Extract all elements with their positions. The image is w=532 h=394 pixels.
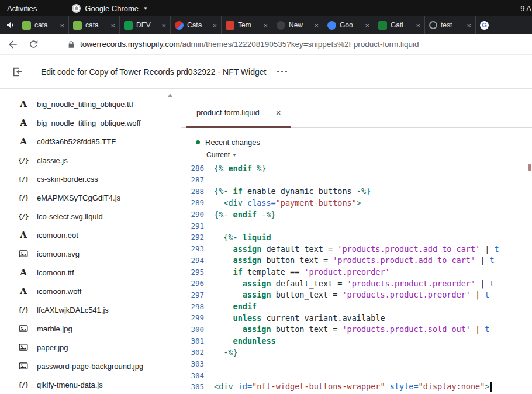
file-item[interactable]: A [0,89,181,95]
browser-tab[interactable]: DEV× [120,16,171,34]
image-file-icon [18,324,29,333]
reload-button[interactable] [28,39,39,50]
code-line[interactable]: 288{%- if enable_dynamic_buttons -%} [181,185,532,197]
tab-close-icon[interactable]: × [110,21,115,30]
file-item[interactable]: {/}lfcAXLwjkDALc541.js [0,300,181,319]
browser-tab[interactable]: Cata× [171,16,222,34]
code-line[interactable]: 301 endunless [181,335,532,347]
code-line[interactable]: 303 [181,358,532,370]
screen: Activities Google Chrome ▼ 9 A cata×cata… [0,0,532,394]
code-line[interactable]: 290{%- endif -%} [181,209,532,220]
file-item[interactable]: Ac0df3a6b528fdd85.TTF [0,132,181,151]
file-name: cs-skin-border.css [37,175,98,184]
file-item[interactable]: {/}ico-select.svg.liquid [0,207,181,226]
line-number: 289 [181,198,204,207]
audio-speaker-icon[interactable] [6,20,15,30]
chrome-icon [72,4,81,13]
code-line[interactable]: 300 assign button_text = 'products.produ… [181,324,532,336]
file-item[interactable]: Aicomoon.woff [0,282,181,300]
code-line[interactable]: 295 if template == 'product.preorder' [181,266,532,278]
file-item[interactable]: {/}eMAPMXSyTCgGdiT4.js [0,188,181,207]
browser-tab[interactable]: cata× [18,16,69,34]
active-app-menu[interactable]: Google Chrome ▼ [72,4,148,13]
tab-close-icon[interactable]: × [467,21,471,30]
shopify-favicon [22,21,31,30]
tab-title: Tem [238,21,260,29]
code-file-icon: {/} [18,306,29,313]
file-item[interactable]: {/}cs-skin-border.css [0,170,181,188]
line-number: 302 [181,348,204,357]
line-content: {% endif %} [204,164,266,173]
browser-tab[interactable]: Goo× [323,16,374,34]
browser-tab[interactable]: GG [476,16,496,34]
file-tab[interactable]: product-form.liquid × [186,99,291,128]
file-item[interactable]: Aicomoon.ttf [0,263,181,282]
browser-tab[interactable]: test× [425,16,476,34]
browser-tab[interactable]: Gati× [374,16,425,34]
code-line[interactable]: 299 unless current_variant.available [181,312,532,324]
code-line[interactable]: 289 <div class="payment-buttons"> [181,197,532,209]
code-line[interactable]: 287 [181,174,532,186]
code-line[interactable]: 296 assign default_text = 'products.prod… [181,278,532,289]
code-line[interactable]: 305<div id="nft-widget-buttons-wrapper" … [181,381,532,393]
tab-title: Goo [340,21,361,29]
browser-tab[interactable]: New× [272,16,323,34]
file-name: icomoon.svg [37,250,80,258]
tab-close-icon[interactable]: × [416,21,420,30]
code-line[interactable]: 298 endif [181,300,532,312]
line-number: 298 [181,302,204,311]
line-content: <div id="nft-widget-buttons-wrapper" sty… [204,382,492,392]
caret-down-icon: ▾ [233,153,236,158]
file-item[interactable]: password-page-background.jpg [0,357,181,375]
file-item[interactable]: marble.jpg [0,319,181,338]
file-item[interactable]: icomoon.svg [0,244,181,263]
scrollbar-up-arrow[interactable] [168,94,172,97]
browser-tab[interactable]: Tem× [222,16,272,34]
line-number: 301 [181,337,204,345]
tab-close-icon[interactable]: × [263,21,268,30]
code-line[interactable]: 302 -%} [181,347,532,358]
code-line[interactable]: 292 {%- liquid [181,231,532,243]
file-tab-close-icon[interactable]: × [276,108,281,117]
lock-icon[interactable] [67,40,75,49]
code-line[interactable]: 304 [181,369,532,381]
activities-button[interactable]: Activities [0,4,44,13]
tab-title: New [289,21,310,29]
file-item[interactable]: Abig_noodle_titling_oblique.ttf [0,95,181,113]
tab-close-icon[interactable]: × [365,21,369,30]
address-bar[interactable]: towerrecords.myshopify.com/admin/themes/… [80,40,419,49]
code-line[interactable]: 293 assign default_text = 'products.prod… [181,243,532,255]
file-item[interactable]: Abig_noodle_titling_oblique.woff [0,113,181,132]
image-file-icon [18,249,29,258]
line-content: {%- endif -%} [204,210,276,219]
code-line[interactable]: 286{% endif %} [181,163,532,174]
line-number: 299 [181,313,204,322]
code-area[interactable]: 286{% endif %}287288{%- if enable_dynami… [181,163,532,394]
line-content: {%- liquid [204,233,271,242]
file-item[interactable]: {/}qikify-tmenu-data.js [0,375,181,394]
tab-title: Cata [187,21,209,29]
tab-close-icon[interactable]: × [212,21,217,30]
file-item[interactable]: paper.jpg [0,338,181,357]
tab-close-icon[interactable]: × [60,21,64,30]
file-name: classie.js [37,156,68,165]
code-line[interactable]: 291 [181,220,532,231]
tab-close-icon[interactable]: × [161,21,166,30]
collapse-sidebar-button[interactable] [11,65,23,78]
code-line[interactable]: 297 assign button_text = 'products.produ… [181,289,532,301]
more-options-button[interactable] [274,67,291,77]
ubuntu-top-bar: Activities Google Chrome ▼ 9 A [0,0,532,16]
back-button[interactable] [7,39,19,50]
editor-scrollbar-thumb[interactable] [528,164,531,171]
code-file-icon: {/} [18,213,29,220]
line-number: 293 [181,244,204,253]
browser-tab[interactable]: cata× [69,16,120,34]
line-number: 290 [181,210,204,219]
version-selector[interactable]: Current ▾ [206,151,236,159]
tab-close-icon[interactable]: × [314,21,319,30]
file-item[interactable]: Aicomoon.eot [0,226,181,244]
file-name: password-page-background.jpg [37,362,143,371]
line-number: 287 [181,175,204,184]
file-item[interactable]: {/}classie.js [0,151,181,170]
code-line[interactable]: 294 assign button_text = 'products.produ… [181,255,532,267]
